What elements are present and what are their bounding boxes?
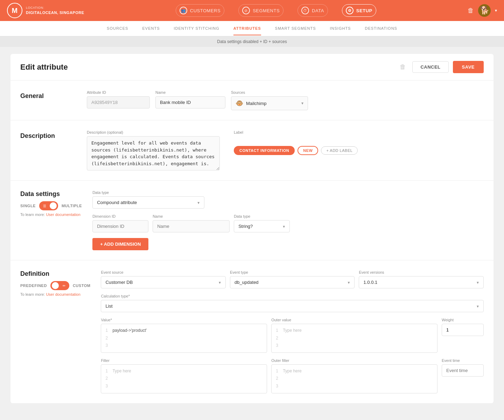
value-textarea[interactable]: 1payload->'product' 2 3 [101, 324, 267, 353]
predefined-row: PREDEFINED ☰ ✏ CUSTOM [20, 281, 90, 290]
top-nav: M LOCATION: DIGITALOCEAN, SINGAPORE 👥 CU… [0, 0, 504, 21]
nav-item-segments[interactable]: ⊘ SEGMENTS [238, 4, 284, 17]
delete-button[interactable]: 🗑 [398, 61, 408, 73]
event-versions-select[interactable]: 1.0.0.1 [359, 276, 484, 288]
description-section: Description Description (optional) Label… [10, 120, 493, 181]
dimension-data-type-label: Data type [234, 214, 290, 218]
outer-value-line-1: 1Type here [276, 327, 433, 335]
event-type-select[interactable]: db_updated [230, 276, 355, 288]
filter-textarea[interactable]: 1Type here 2 3 [101, 364, 267, 393]
sub-nav-identity-stitching[interactable]: IDENTITY STITCHING [174, 22, 219, 35]
data-settings-title: Data settings [20, 190, 82, 198]
weight-label: Weight [442, 318, 484, 322]
sub-nav-sources[interactable]: SOURCES [107, 22, 128, 35]
calc-type-wrapper: List [101, 300, 484, 312]
name-input[interactable] [155, 96, 225, 108]
filter-line-2: 2 [105, 375, 262, 383]
filter-line-3: 3 [105, 383, 262, 390]
definition-title: Definition [20, 270, 90, 278]
dimension-data-type-wrapper: String? [234, 220, 290, 232]
event-time-input[interactable] [442, 364, 484, 377]
add-dimension-button[interactable]: + ADD DIMENSION [92, 238, 148, 250]
outer-filter-label: Outer filter [271, 358, 438, 363]
label-tag-contact[interactable]: CONTACT INFORMATION [234, 146, 295, 155]
dimension-data-type-group: Data type String? [234, 214, 290, 232]
nav-item-customers[interactable]: 👥 CUSTOMERS [176, 4, 224, 17]
predefined-custom-toggle[interactable]: ☰ ✏ [50, 281, 69, 290]
description-label: Description [20, 130, 76, 170]
trash-icon[interactable]: 🗑 [468, 7, 474, 14]
sources-select[interactable]: 🐵 Mailchimp ▾ [231, 96, 308, 110]
outer-filter-line-2: 2 [276, 375, 433, 383]
calc-type-group: Calculation type* List [101, 294, 484, 312]
event-time-group: Event time [442, 358, 484, 377]
outer-filter-line-1: 1Type here [276, 368, 433, 375]
calc-type-select[interactable]: List [101, 300, 484, 312]
dimension-id-input[interactable] [92, 220, 148, 232]
data-type-select-wrapper: Compound attribute [92, 196, 204, 209]
outer-value-textarea[interactable]: 1Type here 2 3 [271, 324, 438, 353]
outer-filter-group: Outer filter 1Type here 2 3 [271, 358, 438, 393]
sources-group: Sources 🐵 Mailchimp ▾ [231, 90, 308, 110]
cancel-button[interactable]: CANCEL [412, 61, 448, 73]
sub-nav-events[interactable]: EVENTS [142, 22, 160, 35]
outer-value-label: Outer value [271, 318, 438, 322]
description-textarea[interactable] [87, 136, 220, 170]
data-type-select[interactable]: Compound attribute [92, 196, 204, 209]
attribute-id-label: Attribute ID [87, 90, 150, 94]
filter-group: Filter 1Type here 2 3 [101, 358, 267, 393]
banner-text: Data settings disabled + ID + sources [217, 39, 287, 44]
segments-label: SEGMENTS [253, 8, 280, 13]
source-icon: 🐵 [236, 99, 243, 107]
definition-learn-more: To learn more: User documentation [20, 292, 90, 296]
edit-attribute-card: Edit attribute 🗑 CANCEL SAVE General Att… [10, 54, 493, 403]
sub-nav-smart-segments[interactable]: SMART SEGMENTS [275, 22, 316, 35]
label-field-label: Label [234, 130, 358, 134]
header-actions: 🗑 CANCEL SAVE [398, 61, 484, 73]
outer-filter-textarea[interactable]: 1Type here 2 3 [271, 364, 438, 393]
segments-icon: ⊘ [242, 7, 250, 14]
event-source-label: Event source [101, 270, 226, 274]
outer-value-group: Outer value 1Type here 2 3 [271, 318, 438, 353]
location-text: LOCATION: DIGITALOCEAN, SINGAPORE [26, 6, 84, 15]
customers-icon: 👥 [180, 7, 187, 14]
data-settings-right: Data type Compound attribute Dimension I… [92, 190, 484, 250]
single-multiple-toggle[interactable]: ☰ ⊞ [39, 201, 58, 210]
event-type-wrapper: db_updated [230, 276, 355, 288]
label-tag-new[interactable]: NEW [298, 146, 318, 155]
dimension-row: Dimension ID Name Data type String? [92, 214, 484, 232]
dimension-data-type-select[interactable]: String? [234, 220, 290, 232]
nav-item-data[interactable]: ⏱ DATA [298, 4, 328, 17]
filter-line-1: 1Type here [105, 368, 262, 375]
filter-row: Filter 1Type here 2 3 Outer filter 1Type… [101, 358, 484, 393]
definition-user-doc-link[interactable]: User documentation [46, 292, 80, 296]
general-section: General Attribute ID Name Sources 🐵 [10, 80, 493, 120]
label-tag-add[interactable]: + ADD LABEL [321, 146, 358, 155]
banner: Data settings disabled + ID + sources [0, 36, 504, 47]
avatar[interactable]: 🐕 [478, 4, 491, 17]
definition-left: Definition PREDEFINED ☰ ✏ CUSTOM To lear… [20, 270, 90, 393]
weight-group: Weight [442, 318, 484, 336]
event-source-select[interactable]: Customer DB [101, 276, 226, 288]
attribute-id-input[interactable] [87, 96, 150, 108]
nav-items: 👥 CUSTOMERS ⊘ SEGMENTS ⏱ DATA ⚙ SETUP [84, 4, 468, 17]
weight-input[interactable] [442, 324, 484, 336]
data-settings-user-doc-link[interactable]: User documentation [46, 212, 80, 217]
event-row: Event source Customer DB Event type db_u… [101, 270, 484, 288]
nav-item-setup[interactable]: ⚙ SETUP [342, 4, 376, 17]
nav-right: 🗑 🐕 ▾ [468, 4, 497, 17]
logo-icon[interactable]: M [7, 3, 22, 18]
sub-nav-insights[interactable]: INSIGHTS [330, 22, 351, 35]
dimension-name-input[interactable] [153, 220, 230, 232]
data-settings-left: Data settings SINGLE ☰ ⊞ MULTIPLE To lea… [20, 190, 82, 250]
outer-filter-line-3: 3 [276, 383, 433, 390]
sub-nav-destinations[interactable]: DESTINATIONS [365, 22, 397, 35]
save-button[interactable]: SAVE [453, 61, 484, 73]
predefined-label: PREDEFINED [20, 284, 47, 288]
sub-nav-attributes[interactable]: ATTRIBUTES [233, 22, 261, 35]
description-form-row: Description (optional) Label CONTACT INF… [87, 130, 484, 170]
source-name: Mailchimp [246, 101, 299, 106]
data-type-group: Data type Compound attribute [92, 190, 484, 209]
sub-nav: SOURCES EVENTS IDENTITY STITCHING ATTRIB… [0, 21, 504, 36]
user-dropdown-arrow[interactable]: ▾ [495, 8, 497, 13]
